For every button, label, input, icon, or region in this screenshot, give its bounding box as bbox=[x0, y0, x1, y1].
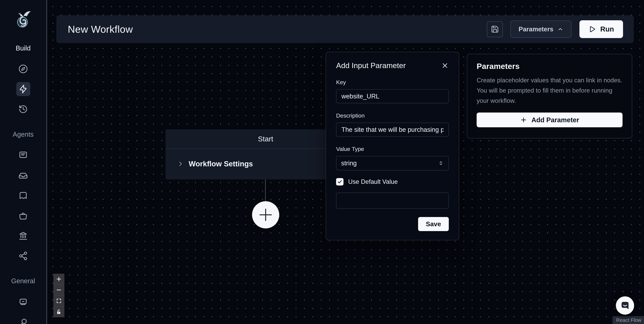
save-icon bbox=[491, 25, 499, 33]
sidebar: Build Agents General bbox=[0, 0, 47, 324]
workflow-settings-label: Workflow Settings bbox=[189, 160, 253, 168]
plus-icon bbox=[257, 206, 274, 223]
flow-edge bbox=[265, 180, 266, 202]
play-icon bbox=[588, 26, 596, 33]
chevron-right-icon bbox=[177, 161, 184, 167]
modal-title: Add Input Parameter bbox=[336, 61, 406, 70]
parameters-toggle-button[interactable]: Parameters bbox=[510, 21, 572, 38]
workflow-header: New Workflow Parameters Run bbox=[56, 15, 634, 43]
lock-toggle-button[interactable] bbox=[53, 306, 64, 317]
use-default-checkbox[interactable] bbox=[336, 178, 344, 186]
receipt-icon[interactable] bbox=[18, 191, 28, 200]
add-node-button[interactable] bbox=[252, 201, 279, 228]
parameters-panel: Parameters Create placeholder values tha… bbox=[467, 54, 632, 138]
default-value-input[interactable] bbox=[336, 192, 449, 208]
sidebar-section-general: General bbox=[0, 277, 46, 285]
add-parameter-button[interactable]: Add Parameter bbox=[477, 112, 622, 127]
run-button-label: Run bbox=[600, 25, 614, 33]
save-parameter-button[interactable]: Save bbox=[418, 217, 449, 231]
value-type-select[interactable]: string bbox=[336, 156, 449, 170]
close-icon bbox=[441, 62, 449, 70]
add-input-parameter-modal: Add Input Parameter Key Description Valu… bbox=[326, 52, 459, 240]
zoom-out-button[interactable] bbox=[53, 284, 64, 296]
add-parameter-label: Add Parameter bbox=[532, 116, 579, 124]
sidebar-item-workflows-active[interactable] bbox=[16, 82, 30, 96]
key-input[interactable] bbox=[336, 89, 449, 103]
parameters-panel-description: Create placeholder values that you can l… bbox=[477, 75, 622, 106]
canvas-controls bbox=[53, 274, 64, 317]
workflow-title[interactable]: New Workflow bbox=[68, 24, 133, 35]
plus-icon bbox=[56, 276, 62, 282]
zap-icon bbox=[18, 84, 28, 94]
workflow-builder-app: Start Workflow Settings Build bbox=[0, 0, 644, 324]
key-icon[interactable] bbox=[18, 318, 28, 324]
inbox-icon[interactable] bbox=[18, 171, 28, 180]
history-icon[interactable] bbox=[18, 104, 28, 114]
fit-view-button[interactable] bbox=[53, 296, 64, 306]
sidebar-section-build: Build bbox=[0, 44, 46, 52]
chevrons-up-down-icon bbox=[438, 160, 444, 166]
bank-icon[interactable] bbox=[18, 231, 28, 240]
wallet-icon[interactable] bbox=[18, 297, 28, 306]
react-flow-attribution[interactable]: React Flow bbox=[612, 316, 644, 324]
value-type-selected: string bbox=[341, 160, 357, 167]
compass-icon[interactable] bbox=[18, 64, 28, 74]
use-default-label: Use Default Value bbox=[348, 178, 398, 185]
description-label: Description bbox=[336, 112, 449, 119]
fit-view-icon bbox=[56, 298, 62, 304]
save-button[interactable] bbox=[487, 21, 503, 37]
share-icon[interactable] bbox=[18, 251, 28, 260]
parameters-button-label: Parameters bbox=[518, 26, 553, 33]
shopping-bag-icon[interactable] bbox=[18, 211, 28, 220]
parameters-panel-title: Parameters bbox=[477, 62, 622, 71]
sidebar-section-agents: Agents bbox=[0, 131, 46, 138]
zoom-in-button[interactable] bbox=[53, 274, 64, 284]
description-input[interactable] bbox=[336, 122, 449, 137]
chat-launcher-button[interactable] bbox=[616, 296, 634, 315]
check-icon bbox=[337, 179, 342, 184]
skyvern-dragon-logo[interactable] bbox=[15, 10, 32, 28]
plus-icon bbox=[520, 116, 527, 124]
value-type-label: Value Type bbox=[336, 146, 449, 152]
key-label: Key bbox=[336, 79, 449, 86]
chat-bubble-icon bbox=[620, 300, 630, 311]
notebook-icon[interactable] bbox=[18, 150, 28, 160]
minus-icon bbox=[56, 287, 62, 293]
chevron-up-icon bbox=[557, 26, 563, 32]
close-button[interactable] bbox=[441, 62, 449, 70]
unlock-icon bbox=[56, 309, 62, 315]
run-button[interactable]: Run bbox=[580, 20, 623, 38]
